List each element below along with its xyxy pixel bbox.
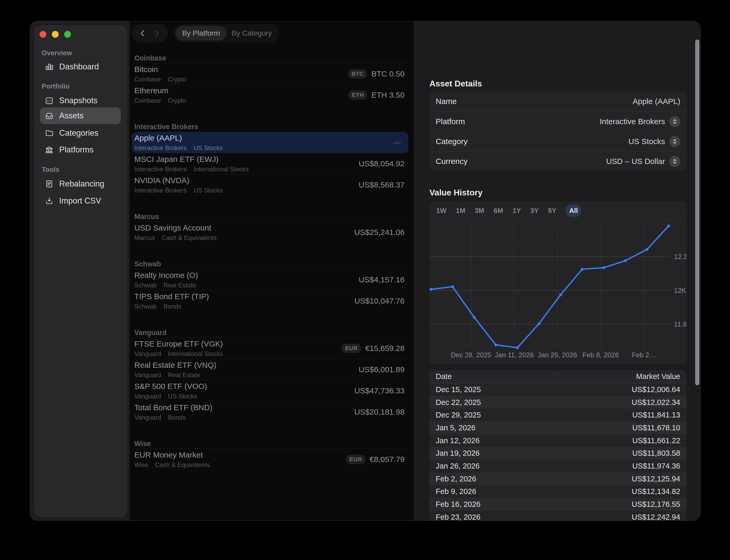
sidebar-item-assets[interactable]: Assets — [40, 107, 121, 124]
range-button-1y[interactable]: 1Y — [512, 207, 521, 215]
minimize-window-icon[interactable] — [52, 31, 59, 38]
table-row[interactable]: Feb 2, 2026US$12,125.94 — [429, 473, 687, 485]
asset-titles: TIPS Bond ETF (TIP)SchwabBonds — [134, 292, 209, 310]
table-cell-market-value: US$12,176.55 — [632, 500, 680, 509]
sidebar-item-label: Rebalancing — [59, 179, 104, 189]
asset-value-wrap: US$8,054.92 — [359, 159, 404, 168]
platform-group-schwab: SchwabRealty Income (O)SchwabReal Estate… — [130, 243, 414, 311]
asset-value: €15,659.28 — [365, 344, 404, 353]
x-axis-label: Feb 8, 2026 — [583, 351, 619, 359]
range-button-1m[interactable]: 1M — [456, 207, 465, 215]
asset-row-realty-income-o-[interactable]: Realty Income (O)SchwabReal EstateUS$4,1… — [130, 269, 414, 290]
range-button-1w[interactable]: 1W — [436, 207, 446, 215]
detail-label: Platform — [436, 117, 465, 126]
asset-row-nvidia-nvda-[interactable]: NVIDIA (NVDA)Interactive BrokersUS Stock… — [130, 174, 414, 195]
asset-value-wrap: BTCBTC 0.50 — [348, 69, 404, 79]
y-axis-label: 11.8K — [674, 320, 687, 328]
asset-row-apple-aapl-[interactable]: Apple (AAPL)Interactive BrokersUS Stocks… — [132, 132, 408, 153]
asset-row-ethereum[interactable]: EthereumCoinbaseCryptoETHETH 3.50 — [130, 85, 414, 106]
detail-row-name: NameApple (AAPL) — [429, 91, 687, 111]
data-point — [581, 268, 584, 271]
table-cell-market-value: US$11,841.13 — [632, 411, 680, 419]
asset-row-real-estate-etf-vnq-[interactable]: Real Estate ETF (VNQ)VanguardReal Estate… — [130, 359, 414, 380]
sidebar-item-label: Import CSV — [59, 196, 101, 206]
asset-name: S&P 500 ETF (VOO) — [134, 382, 207, 391]
sidebar-item-label: Snapshots — [59, 96, 98, 105]
value-history-line — [431, 226, 669, 348]
back-icon[interactable] — [139, 29, 147, 37]
asset-name: Ethereum — [134, 86, 186, 95]
table-row[interactable]: Jan 26, 2026US$11,974.36 — [429, 460, 687, 473]
asset-value: US$10,047.76 — [354, 297, 404, 305]
range-button-5y[interactable]: 5Y — [548, 207, 556, 215]
sidebar-item-dashboard[interactable]: Dashboard — [40, 58, 121, 75]
tab-by-category[interactable]: By Category — [227, 26, 277, 41]
asset-row-bitcoin[interactable]: BitcoinCoinbaseCryptoBTCBTC 0.50 — [130, 63, 414, 84]
asset-value: US$25,241.06 — [354, 228, 404, 237]
asset-value: BTC 0.50 — [371, 69, 404, 78]
asset-row-msci-japan-etf-ewj-[interactable]: MSCI Japan ETF (EWJ)Interactive BrokersI… — [130, 153, 414, 174]
table-row[interactable]: Dec 29, 2025US$11,841.13 — [429, 409, 687, 421]
asset-titles: Total Bond ETF (BND)VanguardBonds — [134, 403, 212, 421]
asset-name: Real Estate ETF (VNQ) — [134, 361, 216, 370]
asset-subtitle: SchwabBonds — [134, 303, 209, 310]
asset-row-s-p-500-etf-voo-[interactable]: S&P 500 ETF (VOO)VanguardUS StocksUS$47,… — [130, 380, 414, 401]
range-button-all[interactable]: All — [566, 204, 581, 217]
asset-value: — — [393, 138, 401, 147]
data-point — [537, 322, 540, 325]
zoom-window-icon[interactable] — [64, 31, 71, 38]
sidebar-item-import-csv[interactable]: Import CSV — [40, 193, 121, 209]
range-button-6m[interactable]: 6M — [493, 207, 503, 215]
table-row[interactable]: Feb 9, 2026US$12,134.82 — [429, 485, 687, 498]
tray-icon — [45, 111, 54, 120]
asset-value-wrap: US$47,736.33 — [354, 386, 404, 395]
detail-row-platform[interactable]: PlatformInteractive Brokers — [429, 111, 687, 131]
asset-row-total-bond-etf-bnd-[interactable]: Total Bond ETF (BND)VanguardBondsUS$20,1… — [130, 402, 414, 422]
asset-row-eur-money-market[interactable]: EUR Money MarketWiseCash & EquivalentsEU… — [130, 449, 414, 470]
stepper-icon[interactable] — [669, 136, 680, 147]
tab-by-platform[interactable]: By Platform — [176, 26, 227, 41]
asset-row-ftse-europe-etf-vgk-[interactable]: FTSE Europe ETF (VGK)VanguardInternation… — [130, 338, 414, 359]
asset-value: US$8,054.92 — [359, 159, 404, 168]
sidebar-item-rebalancing[interactable]: Rebalancing — [40, 175, 121, 192]
sidebar-item-snapshots[interactable]: Snapshots — [40, 92, 121, 109]
sidebar-item-categories[interactable]: Categories — [40, 125, 121, 141]
close-window-icon[interactable] — [40, 31, 46, 38]
calendar-icon — [45, 96, 54, 105]
data-point — [602, 266, 605, 269]
range-button-3m[interactable]: 3M — [475, 207, 484, 215]
value-history-card: 12.2K12K11.8KDec 28, 2025Jan 11, 2026Jan… — [429, 201, 687, 364]
asset-value-wrap: — — [393, 138, 401, 147]
asset-name: FTSE Europe ETF (VGK) — [134, 339, 223, 348]
market-value-column-header[interactable]: Market Value — [636, 372, 680, 381]
asset-row-usd-savings-account[interactable]: USD Savings AccountMarcusCash & Equivale… — [130, 222, 414, 243]
asset-value-wrap: US$6,001.89 — [359, 365, 404, 374]
history-table-header: Date Market Value — [429, 370, 687, 383]
asset-name: Realty Income (O) — [134, 271, 198, 280]
table-cell-date: Jan 19, 2026 — [436, 449, 480, 458]
detail-row-category[interactable]: CategoryUS Stocks — [429, 131, 687, 151]
asset-value: US$20,181.98 — [354, 408, 404, 416]
detail-value: US Stocks — [628, 137, 665, 146]
table-row[interactable]: Jan 12, 2026US$11,661.22 — [429, 434, 687, 447]
table-row[interactable]: Jan 5, 2026US$11,678.10 — [429, 421, 687, 434]
asset-value: ETH 3.50 — [371, 91, 404, 100]
document-icon — [45, 179, 54, 188]
detail-row-currency[interactable]: CurrencyUSD – US Dollar — [429, 151, 687, 171]
sidebar-item-platforms[interactable]: Platforms — [40, 141, 121, 158]
table-row[interactable]: Jan 19, 2026US$11,803.58 — [429, 447, 687, 460]
table-row[interactable]: Feb 16, 2026US$12,176.55 — [429, 498, 687, 511]
scrollbar-thumb[interactable] — [695, 40, 699, 385]
table-row[interactable]: Feb 23, 2026US$12,242.94 — [429, 511, 687, 521]
asset-row-tips-bond-etf-tip-[interactable]: TIPS Bond ETF (TIP)SchwabBondsUS$10,047.… — [130, 290, 414, 311]
forward-icon[interactable] — [153, 29, 161, 37]
stepper-icon[interactable] — [669, 156, 680, 167]
date-column-header[interactable]: Date — [436, 372, 452, 381]
stepper-icon[interactable] — [669, 116, 680, 127]
sidebar-item-label: Assets — [59, 111, 84, 120]
range-button-3y[interactable]: 3Y — [530, 207, 539, 215]
table-row[interactable]: Dec 22, 2025US$12,022.34 — [429, 396, 687, 409]
asset-subtitle: SchwabReal Estate — [134, 282, 198, 289]
table-row[interactable]: Dec 15, 2025US$12,006.64 — [429, 383, 687, 396]
group-by-segmented-control: By PlatformBy Category — [174, 24, 279, 42]
